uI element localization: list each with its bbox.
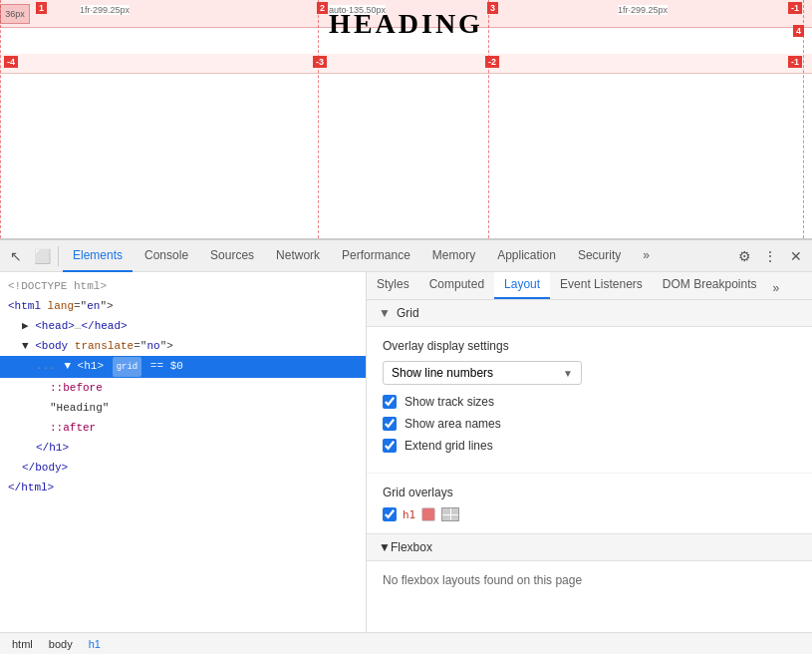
checkbox-area-names: Show area names xyxy=(383,417,796,431)
num-label-4: 4 xyxy=(793,25,804,37)
tab-more[interactable]: » xyxy=(633,240,660,272)
list-item: <!DOCTYPE html> xyxy=(0,276,366,296)
sub-tabs: Styles Computed Layout Event Listeners D… xyxy=(367,272,812,300)
grid-row-bottom xyxy=(0,54,812,74)
overlay-settings-title: Overlay display settings xyxy=(383,339,796,353)
tag-html: <html xyxy=(8,300,48,312)
grid-arrow-icon: ▼ xyxy=(379,306,391,320)
num-label-neg3: -3 xyxy=(313,56,327,68)
list-item-selected[interactable]: ... ▼ <h1> grid == $0 xyxy=(0,356,366,378)
extend-grid-checkbox[interactable] xyxy=(383,439,397,453)
track-label-col1: 1fr·299.25px xyxy=(80,5,130,15)
num-label-neg1-top: -1 xyxy=(788,2,802,14)
line-numbers-dropdown[interactable]: Show line numbers ▼ xyxy=(383,361,582,385)
row-height-label: 36px xyxy=(0,4,30,24)
list-item: ::after xyxy=(0,418,366,438)
color-swatch[interactable] xyxy=(421,507,435,521)
grid-layout-icon[interactable] xyxy=(441,507,459,521)
tab-security[interactable]: Security xyxy=(568,240,631,272)
flexbox-section-title: Flexbox xyxy=(391,540,432,554)
checkbox-track-sizes: Show track sizes xyxy=(383,395,796,409)
grid-overlays-title: Grid overlays xyxy=(383,486,796,499)
tab-computed[interactable]: Computed xyxy=(419,272,494,299)
grid-line-1 xyxy=(0,0,1,238)
breadcrumb-bar: html body h1 xyxy=(0,632,812,654)
chevron-down-icon: ▼ xyxy=(563,368,573,379)
num-label-neg2: -2 xyxy=(485,56,499,68)
grid-badge[interactable]: grid xyxy=(113,357,142,377)
tab-performance[interactable]: Performance xyxy=(332,240,420,272)
track-sizes-label: Show track sizes xyxy=(405,395,494,409)
breadcrumb-html[interactable]: html xyxy=(8,636,37,652)
grid-section-header[interactable]: ▼ Grid xyxy=(367,300,812,327)
no-flexbox-message: No flexbox layouts found on this page xyxy=(367,561,812,599)
toolbar-divider xyxy=(58,246,59,266)
list-item: "Heading" xyxy=(0,398,366,418)
tab-sources[interactable]: Sources xyxy=(200,240,264,272)
breadcrumb-body[interactable]: body xyxy=(45,636,77,652)
layout-content: ▼ Grid Overlay display settings Show lin… xyxy=(367,300,812,632)
list-item[interactable]: ▶ <head>…</head> xyxy=(0,316,366,336)
tab-event-listeners[interactable]: Event Listeners xyxy=(550,272,653,299)
track-sizes-checkbox[interactable] xyxy=(383,395,397,409)
tab-elements[interactable]: Elements xyxy=(63,240,133,272)
device-icon[interactable]: ⬜ xyxy=(30,244,54,268)
more-button[interactable]: ⋮ xyxy=(758,244,782,268)
extend-grid-label: Extend grid lines xyxy=(405,439,493,453)
right-panel: Styles Computed Layout Event Listeners D… xyxy=(367,272,812,632)
preview-area: HEADING 1fr·299.25px auto·135.50px 1fr·2… xyxy=(0,0,812,239)
overlay-row-h1: h1 xyxy=(383,507,796,521)
breadcrumb-h1[interactable]: h1 xyxy=(85,636,105,652)
grid-section-body: Overlay display settings Show line numbe… xyxy=(367,327,812,473)
list-item[interactable]: </html> xyxy=(0,478,366,497)
devtools-body: <!DOCTYPE html> <html lang="en"> ▶ <head… xyxy=(0,272,812,632)
tab-application[interactable]: Application xyxy=(487,240,566,272)
grid-overlays-section: Grid overlays h1 xyxy=(367,473,812,533)
num-label-3: 3 xyxy=(487,2,498,14)
num-label-1: 1 xyxy=(36,2,47,14)
track-label-col3: 1fr·299.25px xyxy=(618,5,668,15)
grid-line-3 xyxy=(488,0,489,238)
settings-button[interactable]: ⚙ xyxy=(732,244,756,268)
elements-panel: <!DOCTYPE html> <html lang="en"> ▶ <head… xyxy=(0,272,367,632)
tab-styles[interactable]: Styles xyxy=(367,272,419,299)
flexbox-section-header[interactable]: ▼ Flexbox xyxy=(367,533,812,561)
toolbar-right: ⚙ ⋮ ✕ xyxy=(732,244,808,268)
overlay-tag: h1 xyxy=(403,508,415,521)
tab-console[interactable]: Console xyxy=(135,240,198,272)
cursor-icon[interactable]: ↖ xyxy=(4,244,28,268)
h1-overlay-checkbox[interactable] xyxy=(383,507,397,521)
list-item[interactable]: ▼ <body translate="no"> xyxy=(0,336,366,356)
num-label-2: 2 xyxy=(317,2,328,14)
doctype-text: <!DOCTYPE html> xyxy=(8,280,107,292)
tab-dom-breakpoints[interactable]: DOM Breakpoints xyxy=(653,272,767,299)
list-item[interactable]: </body> xyxy=(0,458,366,478)
list-item[interactable]: </h1> xyxy=(0,438,366,458)
checkbox-extend-grid: Extend grid lines xyxy=(383,439,796,453)
track-label-col2: auto·135.50px xyxy=(329,5,386,15)
devtools-toolbar: ↖ ⬜ Elements Console Sources Network Per… xyxy=(0,240,812,272)
app-container: HEADING 1fr·299.25px auto·135.50px 1fr·2… xyxy=(0,0,812,654)
dropdown-value: Show line numbers xyxy=(392,366,493,380)
list-item: ::before xyxy=(0,378,366,398)
flexbox-arrow-icon: ▼ xyxy=(379,540,391,554)
tab-layout[interactable]: Layout xyxy=(494,272,550,299)
devtools-panel: ↖ ⬜ Elements Console Sources Network Per… xyxy=(0,239,812,654)
tab-more-right[interactable]: » xyxy=(767,277,786,299)
grid-line-2 xyxy=(318,0,319,238)
tab-memory[interactable]: Memory xyxy=(422,240,485,272)
area-names-label: Show area names xyxy=(405,417,501,431)
area-names-checkbox[interactable] xyxy=(383,417,397,431)
num-label-neg1-bot: -1 xyxy=(788,56,802,68)
close-button[interactable]: ✕ xyxy=(784,244,808,268)
tab-network[interactable]: Network xyxy=(266,240,330,272)
list-item[interactable]: <html lang="en"> xyxy=(0,296,366,316)
grid-section-title: Grid xyxy=(397,306,419,320)
num-label-neg4: -4 xyxy=(4,56,18,68)
